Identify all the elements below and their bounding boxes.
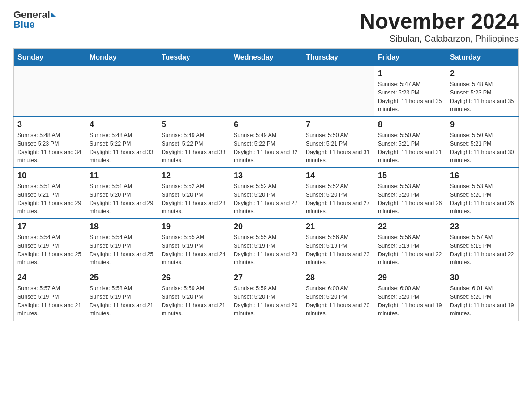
calendar-cell: 23Sunrise: 5:57 AMSunset: 5:19 PMDayligh… [446,219,519,270]
day-info: Sunrise: 5:49 AMSunset: 5:22 PMDaylight:… [162,131,226,165]
day-info: Sunrise: 5:50 AMSunset: 5:21 PMDaylight:… [450,131,515,165]
weekday-header-row: SundayMondayTuesdayWednesdayThursdayFrid… [14,49,519,66]
weekday-header-friday: Friday [374,49,446,66]
day-info: Sunrise: 5:48 AMSunset: 5:22 PMDaylight:… [90,131,154,165]
calendar-title: November 2024 [360,9,519,34]
day-number: 5 [162,120,226,129]
calendar-table: SundayMondayTuesdayWednesdayThursdayFrid… [13,48,519,321]
day-info: Sunrise: 5:48 AMSunset: 5:23 PMDaylight:… [450,80,515,114]
weekday-header-thursday: Thursday [302,49,374,66]
day-info: Sunrise: 5:59 AMSunset: 5:20 PMDaylight:… [234,284,298,318]
day-info: Sunrise: 5:52 AMSunset: 5:20 PMDaylight:… [306,182,370,216]
weekday-header-saturday: Saturday [446,49,519,66]
day-number: 27 [234,273,298,283]
day-info: Sunrise: 5:56 AMSunset: 5:19 PMDaylight:… [378,233,442,267]
day-number: 23 [450,222,515,231]
calendar-cell: 4Sunrise: 5:48 AMSunset: 5:22 PMDaylight… [86,117,158,168]
day-info: Sunrise: 5:58 AMSunset: 5:19 PMDaylight:… [90,284,154,318]
day-info: Sunrise: 5:53 AMSunset: 5:20 PMDaylight:… [450,182,515,216]
calendar-cell: 27Sunrise: 5:59 AMSunset: 5:20 PMDayligh… [230,270,302,321]
calendar-week-5: 24Sunrise: 5:57 AMSunset: 5:19 PMDayligh… [14,270,519,321]
day-number: 4 [90,120,154,129]
day-number: 6 [234,120,298,129]
weekday-header-tuesday: Tuesday [158,49,230,66]
calendar-week-3: 10Sunrise: 5:51 AMSunset: 5:21 PMDayligh… [14,168,519,219]
calendar-cell: 7Sunrise: 5:50 AMSunset: 5:21 PMDaylight… [302,117,374,168]
day-number: 20 [234,222,298,231]
weekday-header-sunday: Sunday [14,49,86,66]
day-number: 15 [378,171,442,180]
calendar-cell: 25Sunrise: 5:58 AMSunset: 5:19 PMDayligh… [86,270,158,321]
calendar-cell [230,66,302,117]
day-number: 29 [378,273,442,283]
day-info: Sunrise: 5:57 AMSunset: 5:19 PMDaylight:… [450,233,515,267]
day-number: 21 [306,222,370,231]
day-number: 13 [234,171,298,180]
day-number: 9 [450,120,515,129]
day-number: 14 [306,171,370,180]
page-header: General Blue November 2024 Sibulan, Cala… [13,9,519,44]
day-info: Sunrise: 5:55 AMSunset: 5:19 PMDaylight:… [162,233,226,267]
calendar-cell [86,66,158,117]
calendar-cell: 13Sunrise: 5:52 AMSunset: 5:20 PMDayligh… [230,168,302,219]
day-number: 17 [17,222,82,231]
day-number: 25 [90,273,154,283]
calendar-cell: 16Sunrise: 5:53 AMSunset: 5:20 PMDayligh… [446,168,519,219]
day-info: Sunrise: 5:49 AMSunset: 5:22 PMDaylight:… [234,131,298,165]
calendar-cell: 22Sunrise: 5:56 AMSunset: 5:19 PMDayligh… [374,219,446,270]
day-info: Sunrise: 5:52 AMSunset: 5:20 PMDaylight:… [162,182,226,216]
calendar-cell: 11Sunrise: 5:51 AMSunset: 5:20 PMDayligh… [86,168,158,219]
calendar-cell: 6Sunrise: 5:49 AMSunset: 5:22 PMDaylight… [230,117,302,168]
calendar-cell: 17Sunrise: 5:54 AMSunset: 5:19 PMDayligh… [14,219,86,270]
day-number: 12 [162,171,226,180]
day-number: 18 [90,222,154,231]
day-info: Sunrise: 5:50 AMSunset: 5:21 PMDaylight:… [378,131,442,165]
day-info: Sunrise: 5:52 AMSunset: 5:20 PMDaylight:… [234,182,298,216]
day-number: 8 [378,120,442,129]
day-info: Sunrise: 5:47 AMSunset: 5:23 PMDaylight:… [378,80,442,114]
day-number: 2 [450,69,515,78]
day-number: 3 [17,120,82,129]
day-number: 10 [17,171,82,180]
calendar-cell: 1Sunrise: 5:47 AMSunset: 5:23 PMDaylight… [374,66,446,117]
calendar-cell [302,66,374,117]
calendar-header: SundayMondayTuesdayWednesdayThursdayFrid… [14,49,519,66]
day-info: Sunrise: 5:56 AMSunset: 5:19 PMDaylight:… [306,233,370,267]
calendar-cell [158,66,230,117]
weekday-header-monday: Monday [86,49,158,66]
day-info: Sunrise: 5:51 AMSunset: 5:20 PMDaylight:… [90,182,154,216]
calendar-cell: 29Sunrise: 6:00 AMSunset: 5:20 PMDayligh… [374,270,446,321]
calendar-week-1: 1Sunrise: 5:47 AMSunset: 5:23 PMDaylight… [14,66,519,117]
calendar-cell: 10Sunrise: 5:51 AMSunset: 5:21 PMDayligh… [14,168,86,219]
calendar-subtitle: Sibulan, Calabarzon, Philippines [360,34,519,44]
day-number: 30 [450,273,515,283]
calendar-cell: 2Sunrise: 5:48 AMSunset: 5:23 PMDaylight… [446,66,519,117]
calendar-cell: 8Sunrise: 5:50 AMSunset: 5:21 PMDaylight… [374,117,446,168]
day-number: 7 [306,120,370,129]
calendar-week-4: 17Sunrise: 5:54 AMSunset: 5:19 PMDayligh… [14,219,519,270]
weekday-header-wednesday: Wednesday [230,49,302,66]
day-info: Sunrise: 5:51 AMSunset: 5:21 PMDaylight:… [17,182,82,216]
calendar-cell: 18Sunrise: 5:54 AMSunset: 5:19 PMDayligh… [86,219,158,270]
day-info: Sunrise: 6:00 AMSunset: 5:20 PMDaylight:… [306,284,370,318]
calendar-cell: 28Sunrise: 6:00 AMSunset: 5:20 PMDayligh… [302,270,374,321]
calendar-cell: 9Sunrise: 5:50 AMSunset: 5:21 PMDaylight… [446,117,519,168]
logo-triangle-icon [51,12,56,17]
day-info: Sunrise: 5:57 AMSunset: 5:19 PMDaylight:… [17,284,82,318]
day-number: 19 [162,222,226,231]
day-info: Sunrise: 5:54 AMSunset: 5:19 PMDaylight:… [17,233,82,267]
calendar-cell: 5Sunrise: 5:49 AMSunset: 5:22 PMDaylight… [158,117,230,168]
day-info: Sunrise: 5:59 AMSunset: 5:20 PMDaylight:… [162,284,226,318]
day-info: Sunrise: 6:00 AMSunset: 5:20 PMDaylight:… [378,284,442,318]
day-number: 22 [378,222,442,231]
day-info: Sunrise: 5:54 AMSunset: 5:19 PMDaylight:… [90,233,154,267]
day-number: 11 [90,171,154,180]
calendar-cell: 20Sunrise: 5:55 AMSunset: 5:19 PMDayligh… [230,219,302,270]
day-info: Sunrise: 5:55 AMSunset: 5:19 PMDaylight:… [234,233,298,267]
day-info: Sunrise: 5:50 AMSunset: 5:21 PMDaylight:… [306,131,370,165]
calendar-cell: 14Sunrise: 5:52 AMSunset: 5:20 PMDayligh… [302,168,374,219]
calendar-cell: 21Sunrise: 5:56 AMSunset: 5:19 PMDayligh… [302,219,374,270]
day-number: 16 [450,171,515,180]
day-number: 28 [306,273,370,283]
calendar-cell: 15Sunrise: 5:53 AMSunset: 5:20 PMDayligh… [374,168,446,219]
